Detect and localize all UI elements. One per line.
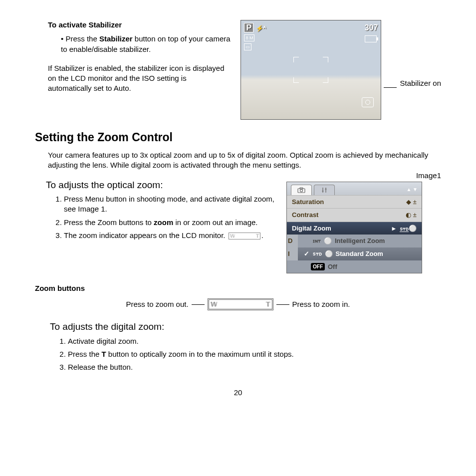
stabilizer-section: To activate Stabilizer • Press the Stabi… <box>35 20 231 120</box>
digital-step-1: Activate digital zoom. <box>68 336 441 346</box>
stabilizer-heading: To activate Stabilizer <box>48 20 231 30</box>
zoom-buttons-heading: Zoom buttons <box>35 283 441 293</box>
digital-step-3: Release the button. <box>68 362 441 372</box>
camera-menu: ▲ ▼ Saturation◆ ± Contrast◐ ± Digital Zo… <box>286 182 422 273</box>
optical-step-2: Press the Zoom buttons to zoom in or zoo… <box>64 218 276 228</box>
stabilizer-bullet: • Press the Stabilizer button on top of … <box>61 34 231 54</box>
svg-point-1 <box>300 189 303 192</box>
menu-saturation: Saturation◆ ± <box>287 195 422 209</box>
lcd-preview-group: P ⚡ᴬ 307 8 M ▭ Stabilizer on <box>240 20 441 120</box>
main-heading: Setting the Zoom Control <box>35 130 441 145</box>
zoom-in-label: Press to zoom in. <box>292 299 350 309</box>
shots-remaining: 307 <box>365 22 378 33</box>
stabilizer-callout: Stabilizer on <box>400 78 441 88</box>
intro-para: Your camera features up to 3x optical zo… <box>48 150 441 171</box>
sub-off: OFF Off <box>287 260 422 273</box>
sub-standard-zoom: ✓ ѕᴛᴅ⚪ Standard Zoom <box>298 247 422 260</box>
flash-icon: ⚡ᴬ <box>256 25 266 32</box>
svg-point-3 <box>322 190 324 192</box>
digital-step-2: Press the T button to optically zoom in … <box>68 349 441 359</box>
size-icon: 8 M <box>244 34 254 41</box>
stabilizer-icon <box>362 97 374 107</box>
image1-label: Image1 <box>286 171 441 181</box>
optical-step-3: The zoom indicator appears on the LCD mo… <box>64 231 276 240</box>
optical-steps: Press Menu button in shooting mode, and … <box>55 194 276 240</box>
stabilizer-para: If Stabilizer is enabled, the stabilizer… <box>48 63 231 94</box>
svg-point-4 <box>325 188 327 190</box>
optical-step-1: Press Menu button in shooting mode, and … <box>64 194 276 215</box>
focus-brackets <box>293 57 328 83</box>
submenu: D ɪɴᴛ⚪ Intelligent Zoom I ✓ ѕᴛᴅ⚪ Standar… <box>287 235 422 273</box>
digital-steps: Activate digital zoom. Press the T butto… <box>59 336 441 373</box>
page-number: 20 <box>35 388 441 398</box>
lcd-screenshot: P ⚡ᴬ 307 8 M ▭ <box>240 20 381 120</box>
menu-digital-zoom: Digital Zoom ▸ѕᴛᴅ⚪ <box>287 222 422 235</box>
zoom-indicator-inline: 𝕎𝕋 <box>229 233 260 239</box>
quality-icon: ▭ <box>244 43 251 50</box>
sub-intelligent-zoom: ɪɴᴛ⚪ Intelligent Zoom <box>298 235 422 247</box>
tab-setup <box>314 185 335 195</box>
optical-heading: To adjusts the optical zoom: <box>46 179 276 192</box>
zoom-out-label: Press to zoom out. <box>126 299 189 309</box>
menu-contrast: Contrast◐ ± <box>287 208 422 222</box>
tab-camera <box>291 185 312 195</box>
zoom-diagram: Press to zoom out. 𝕎𝕋 Press to zoom in. <box>35 298 441 310</box>
digital-heading: To adjusts the digital zoom: <box>50 320 441 333</box>
mode-icon: P <box>244 23 253 32</box>
battery-icon <box>365 35 377 42</box>
zoom-bar-icon: 𝕎𝕋 <box>208 298 273 310</box>
scroll-arrows: ▲ ▼ <box>406 186 418 193</box>
